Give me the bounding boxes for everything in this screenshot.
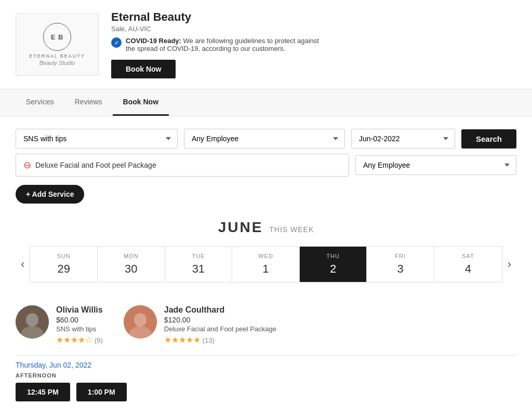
business-location: Sale, AU-VIC bbox=[111, 25, 516, 33]
calendar-day-4[interactable]: SAT4 bbox=[434, 247, 502, 282]
logo-circle: E B bbox=[43, 23, 71, 51]
business-logo: E B ETERNAL BEAUTY Beauty Studio bbox=[16, 14, 99, 76]
page-header: E B ETERNAL BEAUTY Beauty Studio Eternal… bbox=[0, 0, 532, 89]
calendar-day-1[interactable]: WED1 bbox=[232, 247, 300, 282]
staff-reviews-1: (13) bbox=[203, 336, 215, 344]
staff-card-0: Olivia Willis $60.00 SNS with tips ★★★★☆… bbox=[16, 305, 103, 345]
logo-script: Beauty Studio bbox=[39, 60, 75, 66]
logo-business-text: ETERNAL BEAUTY bbox=[29, 53, 85, 59]
business-info: Eternal Beauty Sale, AU-VIC ✓ COVID-19 R… bbox=[111, 10, 516, 78]
service-row-2-box: ⊖ Deluxe Facial and Foot peel Package bbox=[16, 154, 349, 177]
staff-stars-0: ★★★★☆ bbox=[56, 335, 92, 344]
covid-text: COVID-19 Ready: We are following guideli… bbox=[126, 37, 329, 52]
calendar-day-2[interactable]: THU2 bbox=[300, 247, 367, 282]
staff-price-0: $60.00 bbox=[56, 316, 103, 324]
svg-point-1 bbox=[26, 313, 38, 327]
book-now-button[interactable]: Book Now bbox=[111, 60, 176, 78]
covid-bold: COVID-19 Ready: bbox=[126, 37, 181, 45]
availability-date: Thursday, Jun 02, 2022 bbox=[16, 361, 516, 369]
search-button[interactable]: Search bbox=[461, 129, 516, 149]
time-slots: 12:45 PM1:00 PM bbox=[16, 383, 516, 401]
staff-info-1: Jade Coulthard $120.00 Deluxe Facial and… bbox=[164, 305, 276, 345]
staff-rating-0: ★★★★☆ (9) bbox=[56, 335, 103, 345]
staff-reviews-0: (9) bbox=[95, 336, 103, 344]
logo-initials: E B bbox=[51, 33, 64, 41]
covid-icon: ✓ bbox=[111, 37, 122, 48]
staff-info-0: Olivia Willis $60.00 SNS with tips ★★★★☆… bbox=[56, 305, 103, 345]
service-label-2: Deluxe Facial and Foot peel Package bbox=[35, 161, 341, 169]
staff-name-0: Olivia Willis bbox=[56, 305, 103, 315]
staff-rating-1: ★★★★★ (13) bbox=[164, 335, 276, 345]
time-slot-1[interactable]: 1:00 PM bbox=[76, 383, 127, 401]
covid-badge: ✓ COVID-19 Ready: We are following guide… bbox=[111, 37, 329, 52]
calendar-month: JUNE bbox=[218, 219, 263, 235]
staff-price-1: $120.00 bbox=[164, 316, 276, 324]
tab-book-now[interactable]: Book Now bbox=[113, 89, 169, 116]
calendar-nav: ‹ SUN29MON30TUE31WED1THU2FRI3SAT4 › bbox=[16, 246, 516, 282]
staff-avatar-0 bbox=[16, 305, 49, 339]
calendar-prev-button[interactable]: ‹ bbox=[16, 258, 30, 271]
calendar-grid: SUN29MON30TUE31WED1THU2FRI3SAT4 bbox=[30, 246, 502, 282]
nav-tabs: Services Reviews Book Now bbox=[0, 89, 532, 116]
staff-service-0: SNS with tips bbox=[56, 325, 103, 333]
employee-dropdown-1[interactable]: Any Employee bbox=[184, 129, 345, 149]
service-rows: SNS with tips Deluxe Facial and Foot pee… bbox=[16, 129, 516, 177]
staff-name-1: Jade Coulthard bbox=[164, 305, 276, 315]
svg-point-4 bbox=[134, 313, 147, 327]
staff-results: Olivia Willis $60.00 SNS with tips ★★★★☆… bbox=[16, 305, 516, 345]
time-slot-0[interactable]: 12:45 PM bbox=[16, 383, 70, 401]
employee-dropdown-2[interactable]: Any Employee bbox=[355, 155, 516, 175]
divider bbox=[16, 355, 516, 356]
staff-card-1: Jade Coulthard $120.00 Deluxe Facial and… bbox=[124, 305, 276, 345]
tab-services[interactable]: Services bbox=[16, 89, 64, 116]
service-row-1: SNS with tips Deluxe Facial and Foot pee… bbox=[16, 129, 516, 149]
calendar-day-29[interactable]: SUN29 bbox=[30, 247, 98, 282]
time-section-label: AFTERNOON bbox=[16, 372, 516, 379]
staff-stars-1: ★★★★★ bbox=[164, 335, 201, 344]
calendar-week-label: THIS WEEK bbox=[269, 225, 314, 234]
staff-avatar-1 bbox=[124, 305, 157, 339]
calendar-day-3[interactable]: FRI3 bbox=[367, 247, 434, 282]
add-service-button[interactable]: + Add Service bbox=[16, 185, 84, 204]
date-picker[interactable]: Jun-02-2022 bbox=[351, 129, 455, 149]
business-name: Eternal Beauty bbox=[111, 10, 516, 24]
tab-reviews[interactable]: Reviews bbox=[64, 89, 113, 116]
main-content: SNS with tips Deluxe Facial and Foot pee… bbox=[0, 116, 532, 414]
calendar-header: JUNE THIS WEEK bbox=[16, 219, 516, 236]
service-row-2: ⊖ Deluxe Facial and Foot peel Package An… bbox=[16, 154, 516, 177]
remove-service-icon[interactable]: ⊖ bbox=[23, 159, 31, 171]
calendar-day-30[interactable]: MON30 bbox=[98, 247, 165, 282]
calendar-next-button[interactable]: › bbox=[502, 258, 516, 271]
service-dropdown-1[interactable]: SNS with tips Deluxe Facial and Foot pee… bbox=[16, 129, 178, 149]
calendar-day-31[interactable]: TUE31 bbox=[165, 247, 233, 282]
staff-service-1: Deluxe Facial and Foot peel Package bbox=[164, 325, 276, 333]
